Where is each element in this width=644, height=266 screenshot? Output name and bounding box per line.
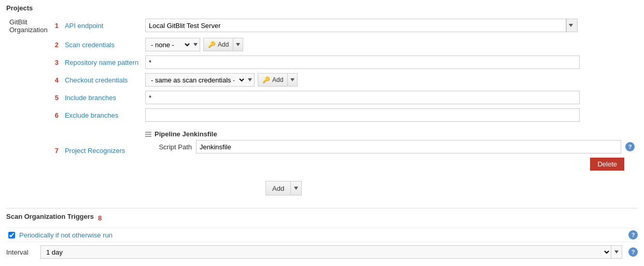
scan-credentials-add-main[interactable]: 🔑 Add [204,38,233,51]
drag-line1 [145,132,151,133]
key-icon-scan: 🔑 [208,41,216,48]
script-path-help-icon[interactable]: ? [625,142,635,151]
drag-line2 [145,134,151,135]
section-divider [6,208,638,208]
organization-label: GitBlit Organization [9,18,48,34]
api-endpoint-input-group [145,19,578,32]
step3-num: 3 [52,53,62,71]
add-recognizer-btn[interactable]: Add [265,181,302,195]
repo-pattern-row: 3 Repository name pattern [6,53,638,71]
interval-arrow-btn[interactable] [611,245,622,259]
help-icon-label: ? [628,144,632,150]
periodic-label: Periodically if not otherwise run [19,231,624,239]
exclude-branches-row: 6 Exclude branches [6,106,638,124]
triggers-title: Scan Organization Triggers [6,213,94,220]
drag-handle[interactable] [145,132,151,137]
periodic-checkbox[interactable] [8,232,15,239]
checkout-credentials-label: Checkout credentials [62,71,142,89]
include-branches-label: Include branches [62,89,142,106]
projects-title: Projects [6,4,638,12]
interval-row: Interval 1 day ? [6,245,638,259]
api-endpoint-chevron-icon [569,24,573,27]
checkout-add-arrow[interactable] [288,74,297,86]
add-main[interactable]: Add [266,181,291,195]
checkout-credentials-select[interactable]: - same as scan credentials - [145,73,246,87]
scan-add-label: Add [218,41,229,48]
step1-num: 1 [52,15,62,36]
step4-num: 4 [52,71,62,89]
repo-pattern-input[interactable] [145,55,580,69]
periodic-help-icon[interactable]: ? [628,230,638,240]
script-path-row: Script Path ? [150,140,635,153]
periodic-help-label: ? [632,232,635,238]
interval-help-icon[interactable]: ? [628,247,638,257]
add-section: Add [154,179,638,202]
interval-select[interactable]: 1 day [40,245,611,259]
api-endpoint-input[interactable] [145,19,566,32]
project-recognizers-label: Project Recognizers [62,124,142,177]
scan-credentials-add-btn[interactable]: 🔑 Add [203,38,243,51]
key-icon-checkout: 🔑 [262,76,270,83]
scan-credentials-arrow-btn[interactable] [191,38,200,51]
project-recognizers-content: Pipeline Jenkinsfile Script Path ? Delet… [142,124,638,177]
pipeline-section: Pipeline Jenkinsfile Script Path ? Delet… [145,130,635,175]
include-branches-row: 5 Include branches [6,89,638,106]
script-path-input[interactable] [196,140,621,153]
scan-credentials-control: - none - 🔑 Add [142,36,638,53]
checkout-credentials-add-btn[interactable]: 🔑 Add [258,73,298,87]
delete-row: Delete [145,158,635,175]
scan-add-chevron-icon [236,43,240,46]
include-branches-control [142,89,638,106]
scan-credentials-chevron-icon [193,43,198,46]
drag-line3 [145,136,151,137]
checkout-credentials-control: - same as scan credentials - 🔑 Add [142,71,638,89]
project-recognizers-row: 7 Project Recognizers Pipeline Jenkinsfi… [6,124,638,177]
checkout-add-label: Add [272,76,283,83]
add-btn-label: Add [272,185,284,192]
interval-label: Interval [6,248,36,256]
api-endpoint-row: GitBlit Organization 1 API endpoint [6,15,638,36]
api-endpoint-control [142,15,638,36]
pipeline-header: Pipeline Jenkinsfile [145,130,635,138]
add-arrow[interactable] [291,181,301,195]
interval-chevron-icon [614,250,619,254]
step6-num: 6 [52,106,62,124]
checkout-credentials-chevron-icon [248,78,252,81]
pipeline-title: Pipeline Jenkinsfile [155,130,217,138]
exclude-branches-input[interactable] [145,108,580,122]
scan-credentials-group: - none - 🔑 Add [145,38,243,51]
interval-select-group: 1 day [40,245,622,259]
include-branches-input[interactable] [145,91,580,104]
scan-credentials-row: 2 Scan credentials - none - 🔑 [6,36,638,53]
checkout-credentials-group: - same as scan credentials - 🔑 Add [145,73,298,87]
interval-help-label: ? [632,249,635,255]
checkout-credentials-row: 4 Checkout credentials - same as scan cr… [6,71,638,89]
api-endpoint-label: API endpoint [62,15,142,36]
triggers-num: 8 [98,214,102,222]
exclude-branches-label: Exclude branches [62,106,142,124]
checkout-add-chevron-icon [290,78,295,81]
exclude-branches-control [142,106,638,124]
page-container: Projects GitBlit Organization 1 API endp… [0,0,644,263]
add-chevron-icon [294,187,298,190]
script-path-label: Script Path [150,143,192,151]
checkout-credentials-arrow-btn[interactable] [246,73,255,87]
api-endpoint-dropdown-btn[interactable] [566,19,578,32]
step7-num: 7 [52,124,62,177]
scan-credentials-add-arrow[interactable] [233,38,243,51]
step5-num: 5 [52,89,62,106]
step2-num: 2 [52,36,62,53]
scan-credentials-label: Scan credentials [62,36,142,53]
delete-button[interactable]: Delete [590,158,624,171]
repo-pattern-label: Repository name pattern [62,53,142,71]
triggers-header: Scan Organization Triggers 8 [6,213,638,223]
triggers-section: Scan Organization Triggers 8 Periodicall… [6,213,638,259]
checkbox-row: Periodically if not otherwise run ? [6,228,638,242]
form-table: GitBlit Organization 1 API endpoint 2 [6,15,638,177]
checkout-add-main[interactable]: 🔑 Add [258,74,288,86]
repo-pattern-control [142,53,638,71]
scan-credentials-select[interactable]: - none - [145,38,192,51]
